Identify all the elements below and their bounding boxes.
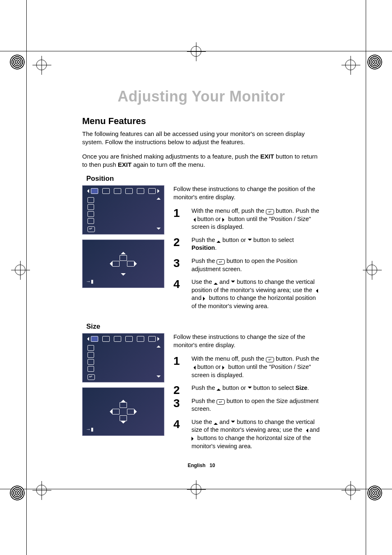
- crosshair-icon: [191, 46, 201, 57]
- enter-button-icon: [266, 357, 274, 362]
- feature-intro: Follow these instructions to change the …: [173, 185, 321, 201]
- triangle-right-icon: [134, 261, 139, 266]
- osd-item-icon: [88, 366, 94, 372]
- triangle-left-icon: [191, 218, 196, 222]
- triangle-left-icon: [85, 337, 89, 341]
- triangle-left-icon: [191, 366, 196, 370]
- osd-item-icon: [88, 345, 94, 351]
- feature-intro: Follow these instructions to change the …: [173, 333, 321, 349]
- chapter-title: Adjusting Your Monitor: [82, 88, 321, 105]
- osd-item-icon: [88, 218, 94, 224]
- frame-icon: [120, 415, 127, 421]
- step-3: Push the button to open the Size adjustm…: [173, 397, 321, 413]
- frame-icon: [112, 409, 120, 415]
- enter-icon: [88, 374, 95, 380]
- page-footer: English 10: [82, 463, 321, 468]
- enter-button-icon: [266, 209, 274, 214]
- crosshair-icon: [191, 484, 201, 495]
- step-3: Push the button to open the Position adj…: [173, 257, 321, 273]
- osd-tab-icon: [137, 188, 144, 194]
- triangle-up-icon: [157, 343, 161, 348]
- enter-button-icon: [217, 259, 225, 265]
- triangle-up-icon: [214, 281, 218, 285]
- osd-tab-icon: [102, 336, 110, 342]
- triangle-left-icon: [304, 428, 308, 433]
- triangle-down-icon: [121, 273, 126, 278]
- osd-tab-icon: [148, 188, 156, 194]
- section-title: Menu Features: [82, 116, 321, 127]
- osd-tab-icon: [91, 336, 98, 342]
- osd-tab-icon: [137, 336, 144, 342]
- osd-item-icon: [88, 352, 94, 358]
- frame-icon: [127, 409, 134, 415]
- intro-paragraph-1: The following features can all be access…: [82, 130, 321, 147]
- osd-adjust-size: →▮: [82, 387, 164, 436]
- feature-label-size: Size: [86, 322, 321, 331]
- osd-item-icon: [88, 197, 94, 203]
- crosshair-icon: [345, 485, 356, 495]
- frame-icon: [120, 255, 127, 261]
- exit-icon: →▮: [86, 426, 94, 432]
- triangle-up-icon: [121, 397, 126, 402]
- intro-paragraph-2: Once you are finished making adjustments…: [82, 152, 321, 169]
- crosshair-icon: [345, 60, 356, 70]
- triangle-down-icon: [248, 239, 252, 243]
- crosshair-icon: [36, 485, 47, 495]
- triangle-right-icon: [222, 366, 226, 370]
- triangle-right-icon: [157, 189, 161, 193]
- osd-tab-icon: [114, 336, 121, 342]
- osd-menu-size: [82, 333, 164, 382]
- triangle-down-icon: [157, 228, 161, 232]
- triangle-up-icon: [121, 249, 126, 254]
- print-target-icon: [367, 55, 382, 69]
- osd-tab-icon: [91, 188, 98, 194]
- crosshair-icon: [36, 60, 47, 70]
- crosshair-icon: [15, 265, 25, 275]
- triangle-right-icon: [191, 437, 196, 441]
- triangle-left-icon: [107, 261, 112, 266]
- step-2: Push the button or button to select Size…: [173, 384, 321, 392]
- step-2: Push the button or button to select Posi…: [173, 236, 321, 252]
- triangle-up-icon: [217, 239, 221, 243]
- triangle-down-icon: [231, 281, 235, 285]
- step-4: Use the and buttons to change the vertic…: [173, 418, 321, 450]
- step-1: With the menu off, push the button. Push…: [173, 207, 321, 231]
- print-target-icon: [10, 486, 25, 500]
- triangle-right-icon: [222, 218, 226, 222]
- osd-tab-icon: [125, 188, 133, 194]
- step-4: Use the and buttons to change the vertic…: [173, 278, 321, 310]
- osd-menu-position: [82, 185, 164, 235]
- exit-icon: →▮: [86, 279, 94, 284]
- triangle-right-icon: [134, 409, 139, 414]
- triangle-right-icon: [157, 337, 161, 341]
- osd-tab-icon: [125, 336, 133, 342]
- triangle-down-icon: [231, 421, 235, 425]
- step-1: With the menu off, push the button. Push…: [173, 355, 321, 379]
- osd-item-icon: [88, 211, 94, 217]
- triangle-down-icon: [121, 421, 126, 426]
- osd-adjust-position: →▮: [82, 240, 164, 288]
- enter-button-icon: [217, 399, 225, 405]
- osd-tab-icon: [148, 336, 156, 342]
- frame-icon: [112, 261, 120, 267]
- print-target-icon: [10, 55, 25, 69]
- triangle-up-icon: [217, 387, 221, 391]
- osd-item-icon: [88, 359, 94, 365]
- triangle-right-icon: [203, 297, 207, 301]
- triangle-down-icon: [157, 375, 161, 380]
- triangle-up-icon: [214, 421, 218, 425]
- enter-icon: [88, 226, 95, 232]
- triangle-left-icon: [107, 409, 112, 414]
- feature-label-position: Position: [86, 175, 321, 183]
- footer-lang: English: [188, 463, 205, 468]
- frame-icon: [127, 261, 134, 267]
- osd-tab-icon: [102, 188, 110, 194]
- footer-page: 10: [210, 463, 215, 468]
- frame-icon: [120, 402, 127, 408]
- osd-tab-icon: [114, 188, 121, 194]
- triangle-left-icon: [85, 189, 89, 193]
- print-target-icon: [367, 486, 382, 500]
- triangle-up-icon: [157, 196, 161, 200]
- crosshair-icon: [367, 265, 377, 275]
- triangle-left-icon: [314, 289, 318, 293]
